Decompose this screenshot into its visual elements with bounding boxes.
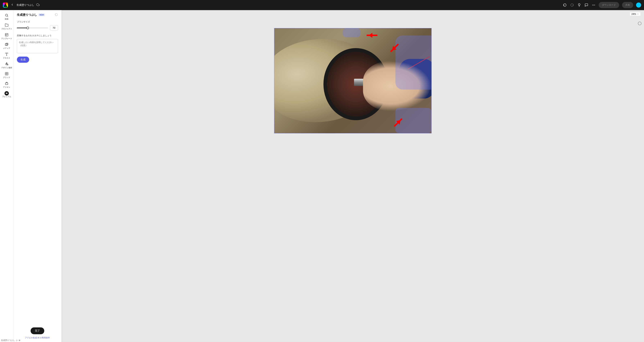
back-button[interactable] [10,3,14,7]
share-button[interactable]: 共有 [622,2,633,8]
top-header: 生成塗りつぶし ダウンロード 共有 [0,0,644,10]
svg-point-2 [594,5,595,5]
left-rail: 検索 プロジェクト テンプレート メディア テキスト デザイン素材 グリッド [0,10,13,342]
brush-size-input[interactable] [50,25,58,31]
rail-media[interactable]: メディア [0,41,13,51]
rail-grid[interactable]: グリッド [0,70,13,80]
canvas-area[interactable]: 24% [62,10,644,342]
done-button[interactable]: 完了 [30,327,44,334]
template-icon [5,33,9,37]
panel-title: 生成塗りつぶし [17,13,37,17]
rail-addons[interactable]: アドオン [0,80,13,90]
premium-icon [4,91,9,95]
gen-fill-mask [342,28,360,37]
brush-size-slider[interactable] [17,28,48,28]
search-icon [5,13,9,17]
chevron-down-icon [637,13,639,15]
zoom-indicator[interactable]: 24% [630,12,640,16]
slider-thumb[interactable] [26,27,29,29]
lightbulb-icon[interactable] [577,3,582,7]
svg-point-3 [6,14,8,16]
rail-design-assets[interactable]: デザイン素材 [0,61,13,70]
new-badge: NEW [38,14,45,16]
shapes-icon [5,62,9,66]
user-avatar[interactable] [636,3,641,8]
svg-rect-5 [5,43,8,46]
app-logo[interactable] [3,3,8,8]
page-title: 生成塗りつぶし [16,4,34,7]
undo-button[interactable] [563,3,567,7]
brush-cursor-preview [638,22,642,25]
status-bar: 生成塗りつぶし ◇ 👁 [0,338,22,342]
pointer-icon: ◇ [16,339,18,341]
svg-rect-8 [6,83,8,85]
cloud-sync-icon[interactable] [36,3,40,7]
addon-icon [5,81,9,85]
comment-icon[interactable] [584,3,588,7]
generate-button[interactable]: 生成 [17,57,29,63]
canvas-image[interactable] [274,28,432,133]
gen-fill-mask [395,36,431,90]
eye-icon: 👁 [18,339,20,341]
rail-projects[interactable]: プロジェクト [0,22,13,31]
rail-premium[interactable]: プレミアム [0,90,13,99]
rail-text[interactable]: テキスト [0,51,13,61]
rail-search[interactable]: 検索 [0,12,13,22]
svg-rect-4 [5,34,8,36]
media-icon [5,43,9,47]
prompt-textarea[interactable] [17,39,58,53]
brush-size-label: ブラシサイズ [17,20,58,24]
settings-panel: 生成塗りつぶし NEW ブラシサイズ 想像するものをカタチにしましょう 生成 完… [13,10,62,342]
prompt-label: 想像するものをカタチにしましょう [17,34,58,37]
rail-templates[interactable]: テンプレート [0,31,13,41]
header-actions: ダウンロード 共有 [563,2,641,8]
svg-point-0 [592,5,593,5]
text-icon [5,52,9,56]
grid-icon [5,72,9,76]
download-button[interactable]: ダウンロード [599,2,619,8]
reset-button[interactable] [55,13,58,17]
svg-point-1 [593,5,594,5]
annotation-arrow [366,35,377,36]
more-options-icon[interactable] [592,3,596,7]
folder-icon [5,23,9,27]
redo-button[interactable] [570,3,574,7]
terms-link[interactable]: アドビの生成 AI の利用条件 [25,336,50,339]
